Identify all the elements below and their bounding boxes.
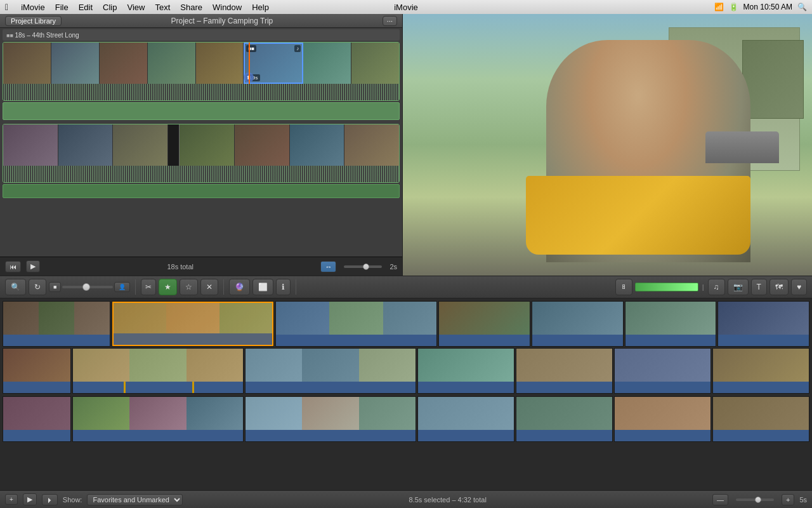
event-clip-5[interactable] — [532, 301, 624, 347]
event-clip-3[interactable] — [275, 301, 437, 347]
zoom-in-button[interactable]: + — [782, 494, 794, 505]
show-filter-select[interactable]: Favorites and Unmarked — [87, 494, 183, 505]
menu-window[interactable]: Window — [213, 3, 242, 12]
music-button[interactable]: ♫ — [708, 279, 725, 295]
star-filled-icon: ★ — [164, 283, 171, 291]
menu-text[interactable]: Text — [155, 3, 170, 12]
reject-icon: ✕ — [206, 283, 213, 291]
sep-1 — [135, 279, 136, 295]
photo-button[interactable]: 📷 — [728, 279, 749, 295]
clock: Mon 10:50 AM — [743, 3, 792, 11]
zoom-label: 2s — [390, 263, 397, 271]
project-options-button[interactable]: ··· — [383, 16, 397, 26]
event-clip-6[interactable] — [625, 301, 717, 347]
event-clip-9[interactable] — [72, 348, 244, 394]
event-clip-1[interactable] — [3, 301, 110, 347]
menu-view[interactable]: View — [127, 3, 145, 12]
event-clip-17[interactable] — [245, 396, 416, 442]
event-zoom-thumb[interactable] — [755, 497, 761, 503]
event-clip-14[interactable] — [712, 348, 809, 394]
menu-clip[interactable]: Clip — [103, 3, 117, 12]
event-clip-19[interactable] — [516, 396, 613, 442]
zoom-thumb[interactable] — [363, 264, 369, 270]
menu-help[interactable]: Help — [252, 3, 269, 12]
add-to-project-button[interactable]: + — [5, 494, 18, 505]
event-zoom-label: 5s — [799, 496, 807, 504]
wand-icon: 🔮 — [235, 283, 244, 291]
zoom-out-button[interactable]: — — [712, 494, 728, 505]
audio-mute-btn[interactable]: ■ — [49, 282, 61, 292]
sep-2 — [223, 279, 224, 295]
crop-button[interactable]: ⬜ — [252, 279, 273, 295]
adjust-button[interactable]: 🎚 — [615, 279, 632, 295]
audio-trim-btn[interactable]: 👤 — [114, 282, 130, 292]
event-clip-20[interactable] — [614, 396, 711, 442]
wifi-icon: 📶 — [714, 3, 724, 11]
background-audio[interactable] — [3, 102, 400, 120]
volume-thumb[interactable] — [82, 283, 90, 291]
preview-area — [403, 14, 812, 276]
event-zoom-slider[interactable] — [736, 498, 774, 501]
reject-button[interactable]: ✕ — [200, 279, 218, 295]
inspector-button[interactable]: 🔍 — [5, 279, 26, 295]
search-icon[interactable]: 🔍 — [797, 3, 807, 11]
event-clip-4[interactable] — [438, 301, 530, 347]
event-clip-21[interactable] — [712, 396, 809, 442]
clip-row-1 — [0, 298, 812, 347]
bottom-bar: + ▶ ⏵ Show: Favorites and Unmarked 8.5s … — [0, 490, 812, 508]
background-audio-2[interactable] — [3, 184, 400, 198]
zoom-slider[interactable] — [344, 265, 382, 268]
enhance-button[interactable]: ↻ — [29, 279, 46, 295]
event-clip-16[interactable] — [72, 396, 244, 442]
fit-button[interactable]: ↔ — [320, 261, 336, 272]
rate-button[interactable]: ☆ — [180, 279, 198, 295]
play-event-button[interactable]: ▶ — [23, 493, 37, 505]
event-clip-10[interactable] — [245, 348, 416, 394]
title-button[interactable]: T — [751, 279, 767, 295]
audio-controls: ■ 👤 — [49, 282, 130, 292]
enhance-tool-button[interactable]: 🔮 — [229, 279, 250, 295]
menu-share[interactable]: Share — [180, 3, 202, 12]
timeline-content[interactable]: ■■ 18s – 44th Street Long ■■ — [0, 28, 402, 257]
transition-button[interactable]: ♥ — [791, 279, 807, 295]
audio-waveform-2 — [3, 166, 399, 182]
rating-bar — [635, 283, 698, 291]
info-button[interactable]: ℹ — [276, 279, 291, 295]
event-clip-2[interactable] — [112, 301, 273, 347]
show-label: Show: — [63, 496, 82, 504]
event-clip-11[interactable] — [417, 348, 514, 394]
clip-strip-1[interactable]: ■■ ♪ 3.9s ⬆ — [3, 42, 400, 101]
top-section: Project Library Project – Family Camping… — [0, 14, 812, 276]
event-clip-13[interactable] — [614, 348, 711, 394]
enhance-icon: ↻ — [34, 283, 41, 291]
project-panel: Project Library Project – Family Camping… — [0, 14, 403, 276]
map-button[interactable]: 🗺 — [769, 279, 789, 295]
volume-slider[interactable] — [62, 286, 113, 288]
favorite-button[interactable]: ★ — [159, 279, 177, 295]
event-status: 8.5s selected – 4:32 total — [188, 496, 707, 504]
menu-file[interactable]: File — [55, 3, 69, 12]
event-clip-8[interactable] — [3, 348, 71, 394]
project-title: Project – Family Camping Trip — [171, 17, 273, 25]
timeline-controls: ⏮ ▶ 18s total ↔ 2s — [0, 257, 402, 276]
play-fullscreen-button[interactable]: ⏵ — [42, 494, 58, 505]
event-clip-15[interactable] — [3, 396, 71, 442]
apple-menu[interactable]:  — [5, 2, 8, 12]
clip-strip-2[interactable] — [3, 124, 400, 183]
battery-icon: 🔋 — [729, 3, 738, 11]
menu-edit[interactable]: Edit — [79, 3, 93, 12]
crop-icon: ⬜ — [258, 283, 268, 291]
event-clip-12[interactable] — [516, 348, 613, 394]
sep-3 — [296, 279, 296, 295]
event-browser — [0, 298, 812, 490]
info-icon: ℹ — [282, 283, 285, 291]
play-from-start-button[interactable]: ⏮ — [5, 261, 21, 272]
event-clip-7[interactable] — [717, 301, 809, 347]
preview-video — [403, 14, 812, 276]
play-button[interactable]: ▶ — [26, 260, 40, 272]
project-library-button[interactable]: Project Library — [5, 16, 62, 26]
mark-as-favorite-tools[interactable]: ✂ — [141, 279, 156, 295]
event-clip-18[interactable] — [417, 396, 514, 442]
toolbar: 🔍 ↻ ■ 👤 ✂ ★ ☆ ✕ 🔮 ⬜ — [0, 276, 812, 298]
menu-imovie[interactable]: iMovie — [21, 3, 45, 12]
